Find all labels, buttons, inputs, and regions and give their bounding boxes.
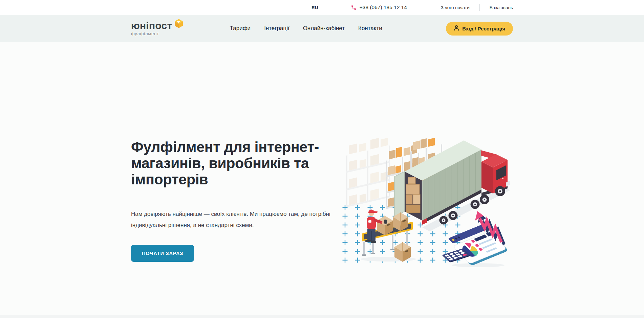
topbar: RU +38 (067) 185 12 14 З чого почати Баз…	[0, 0, 644, 15]
phone-icon	[351, 5, 357, 10]
cube-icon	[174, 18, 184, 30]
site-header: юніпост фулфілмент Тарифи Інтеграції Онл…	[0, 15, 644, 42]
logo[interactable]: юніпост фулфілмент	[131, 21, 184, 36]
login-label: Вхід / Реєстрація	[462, 26, 505, 31]
nav-item-tariffs[interactable]: Тарифи	[230, 25, 251, 32]
hero-section: Фулфілмент для інтернет- магазинів, виро…	[0, 42, 644, 318]
logo-tagline: фулфілмент	[131, 31, 184, 36]
hero-description: Нам довіряють найцінніше — своїх клієнті…	[131, 208, 338, 231]
language-toggle-ru[interactable]: RU	[312, 5, 318, 10]
login-button[interactable]: Вхід / Реєстрація	[446, 22, 513, 36]
cta-button[interactable]: ПОЧАТИ ЗАРАЗ	[131, 245, 194, 262]
topbar-link-getting-started[interactable]: З чого почати	[441, 5, 470, 10]
nav-item-online-cabinet[interactable]: Онлайн-кабінет	[303, 25, 345, 32]
page-bottom-edge	[0, 315, 644, 318]
nav-item-contacts[interactable]: Контакти	[358, 25, 382, 32]
logo-wordmark: юніпост	[131, 21, 172, 31]
user-icon	[454, 25, 459, 32]
main-nav: Тарифи Інтеграції Онлайн-кабінет Контакт…	[230, 25, 382, 32]
hero-illustration	[341, 135, 510, 267]
topbar-divider	[479, 4, 480, 11]
phone-number: +38 (067) 185 12 14	[360, 4, 407, 10]
phone-link[interactable]: +38 (067) 185 12 14	[351, 4, 407, 10]
nav-item-integrations[interactable]: Інтеграції	[264, 25, 289, 32]
topbar-link-knowledge-base[interactable]: База знань	[490, 5, 513, 10]
